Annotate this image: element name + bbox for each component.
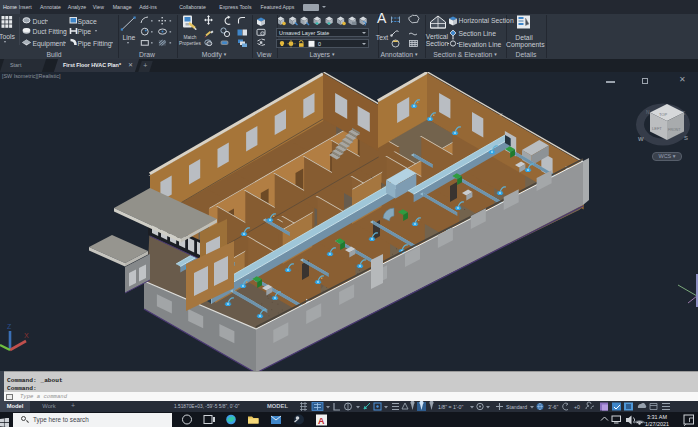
svg-text:Z: Z (7, 323, 12, 330)
svg-text:Standard: Standard (506, 404, 527, 410)
svg-text:1/8" = 1'-0": 1/8" = 1'-0" (438, 404, 463, 410)
svg-text:N: N (646, 109, 650, 115)
svg-text:FRONT: FRONT (668, 128, 681, 132)
svg-text:X: X (24, 332, 29, 339)
svg-text:3'-6": 3'-6" (548, 404, 558, 410)
svg-text:S: S (684, 135, 688, 141)
svg-text:+0: +0 (574, 404, 580, 410)
svg-text:A: A (318, 416, 325, 426)
svg-text:TOP: TOP (659, 112, 667, 117)
svg-text:LEFT: LEFT (652, 126, 662, 131)
svg-text:W: W (638, 136, 644, 142)
